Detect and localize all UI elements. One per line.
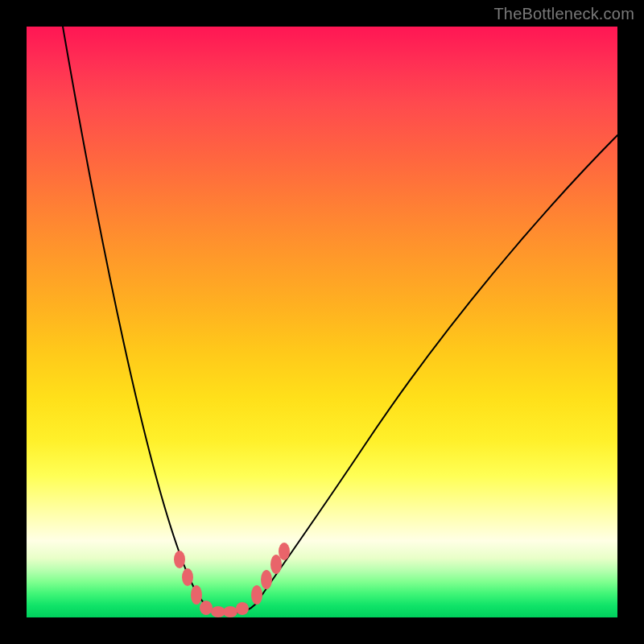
marker-6 xyxy=(236,602,249,615)
marker-5 xyxy=(223,606,237,617)
marker-3 xyxy=(200,601,213,615)
marker-7 xyxy=(251,585,262,605)
chart-frame: TheBottleneck.com xyxy=(0,0,644,644)
curve-svg xyxy=(27,27,617,617)
marker-8 xyxy=(261,570,272,589)
marker-4 xyxy=(211,606,225,617)
curve-right-branch xyxy=(229,135,617,613)
marker-10 xyxy=(279,543,290,560)
marker-2 xyxy=(191,585,202,605)
marker-0 xyxy=(174,551,185,568)
marker-1 xyxy=(182,568,193,586)
watermark-text: TheBottleneck.com xyxy=(493,5,634,23)
marker-9 xyxy=(270,555,282,574)
curve-left-branch xyxy=(63,27,216,612)
plot-area xyxy=(27,27,617,617)
